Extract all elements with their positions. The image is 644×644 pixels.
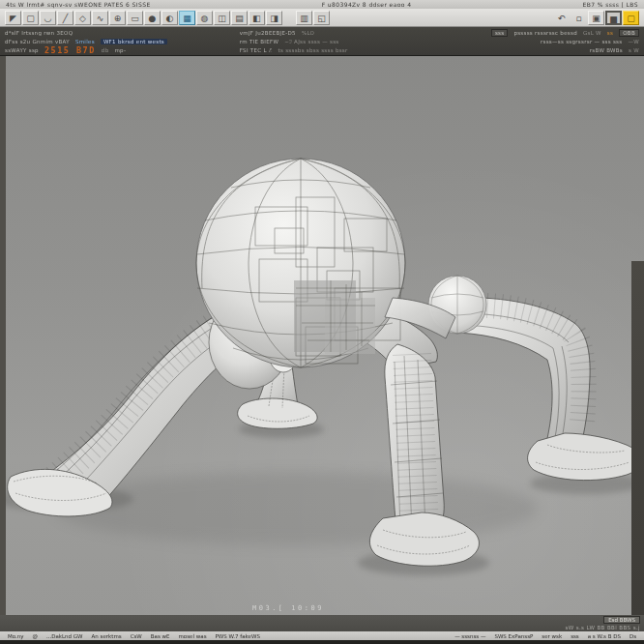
icon-glyph: ◐ xyxy=(162,13,177,24)
status-item: PWS W.7 fakeWS xyxy=(216,633,260,639)
command-ribbon: d*slF Irtssng rwn 3EOQ vmJF Ju2BEEBJE-D5… xyxy=(0,27,644,56)
icon-glyph: ◫ xyxy=(215,13,229,24)
status-item: An serktms xyxy=(92,633,122,639)
icon-glyph: ● xyxy=(145,13,160,24)
shaded-view-icon[interactable]: ◐ xyxy=(161,11,178,25)
ribbon-r1-center: vmJF Ju2BEEBJE-D5 %LO xyxy=(240,30,424,36)
rectangle-select-icon[interactable]: ▢ xyxy=(22,11,39,25)
ribbon-label: ~ℐ AJss ssss — sss xyxy=(284,39,338,44)
status-right-group: — sssnss — SWS ExPanssP ser wsk sss a s … xyxy=(454,633,636,639)
curve-tool-icon[interactable]: ∿ xyxy=(92,11,108,25)
cursor-box-icon[interactable]: ◱ xyxy=(313,11,330,25)
layer-box-icon[interactable]: ◨ xyxy=(266,11,282,25)
status-item: a s W.s B DS xyxy=(588,633,621,639)
timeline-field[interactable]: Esd BBWS xyxy=(603,616,640,624)
polygon-tool-icon[interactable]: ◇ xyxy=(74,11,91,25)
viewport-right-panel-edge xyxy=(631,261,644,615)
status-item: Bas wE xyxy=(151,633,170,639)
timeline-readout: sW s.s LW BB BBl BBS s.j xyxy=(565,625,640,630)
icon-glyph: ◇ xyxy=(75,13,90,24)
status-item: @ xyxy=(33,633,39,639)
icon-glyph: ▣ xyxy=(589,13,603,24)
status-item: — sssnss — xyxy=(454,633,485,639)
ribbon-accent-label: ss xyxy=(607,30,613,36)
toolbar-mid-group: ▥ ◱ xyxy=(296,11,330,25)
icon-glyph: ⊕ xyxy=(110,13,125,24)
ribbon-row-3: ssWAYY ssp 2515 B7D db mp- FSI TEC L ℰ t… xyxy=(5,45,639,54)
icon-glyph: ◡ xyxy=(41,13,55,24)
viewport-3d[interactable]: M03.[ 10:09 xyxy=(0,56,644,615)
line-tool-icon[interactable]: ╱ xyxy=(57,11,73,25)
ribbon-label: %LO xyxy=(302,30,314,36)
ribbon-r2-right: rsss—ss ssgrssrsr — sss sss —W xyxy=(424,39,639,44)
icon-glyph: ◨ xyxy=(267,13,281,24)
array-tool-icon[interactable]: ▤ xyxy=(231,11,248,25)
status-item: mosel was xyxy=(179,633,207,639)
ribbon-r2-center: rm TIE BIEFW ~ℐ AJss ssss — sss xyxy=(240,39,424,44)
bottom-edge-bar xyxy=(0,640,644,644)
ribbon-label: rsBW BWBs xyxy=(590,47,623,53)
icon-glyph: ▥ xyxy=(297,13,311,24)
redo-box-icon[interactable]: ▫ xyxy=(571,11,587,25)
ribbon-label: FSI TEC L ℰ xyxy=(240,47,273,53)
ribbon-label: ts ssssbs sbss ssss bssr xyxy=(278,47,348,53)
ribbon-r3-left: ssWAYY ssp 2515 B7D db mp- xyxy=(5,45,240,55)
icon-glyph: ◧ xyxy=(249,13,264,24)
status-bar: Mo.ny @ ...DakLnd GW An serktms CsW Bas … xyxy=(0,631,644,640)
ribbon-row-1: d*slF Irtssng rwn 3EOQ vmJF Ju2BEEBJE-D5… xyxy=(5,28,639,37)
icon-glyph: ◤ xyxy=(6,13,20,24)
ribbon-selected-field[interactable]: WF1 bkrsd ent wests xyxy=(101,39,167,44)
snap-magnet-icon[interactable]: ⊕ xyxy=(109,11,126,25)
ribbon-label: ssWAYY ssp xyxy=(5,47,39,53)
icon-glyph: ■ xyxy=(607,13,620,24)
window-controls[interactable]: EB7 % ssss [ LBS xyxy=(583,1,638,8)
icon-glyph: ▭ xyxy=(128,13,142,24)
align-tool-icon[interactable]: ◧ xyxy=(249,11,265,25)
window-title: F u80394Zv 8 ddser eaoo 4 xyxy=(322,1,412,8)
ribbon-r1-right: sss psssss rsssrssc bessd GsL W ss OBB xyxy=(424,29,639,37)
icon-glyph: ◱ xyxy=(314,13,329,24)
render-setup-icon[interactable]: ■ xyxy=(605,11,622,25)
viewport-frame-readout: M03.[ 10:09 xyxy=(252,604,324,612)
icon-glyph: ╱ xyxy=(58,13,73,24)
image-panel-icon[interactable]: ▭ xyxy=(127,11,143,25)
ribbon-button[interactable]: OBB xyxy=(619,29,639,37)
icon-glyph: ▤ xyxy=(232,13,247,24)
lasso-select-icon[interactable]: ◡ xyxy=(40,11,56,25)
icon-glyph: ▫ xyxy=(571,13,586,24)
ribbon-r3-right: rsBW BWBs s W xyxy=(424,47,639,53)
main-toolbar: ◤ ▢ ◡ ╱ ◇ ∿ xyxy=(0,9,644,27)
save-icon[interactable]: ▣ xyxy=(588,11,604,25)
ribbon-r2-left: dFss s2u Gnmim vBAY Smiles WF1 bkrsd ent… xyxy=(5,39,240,44)
ribbon-label: rsss—ss ssgrssrsr — sss sss xyxy=(541,39,622,44)
ribbon-label: rm TIE BIEFW xyxy=(240,39,279,44)
select-arrow-icon[interactable]: ◤ xyxy=(5,11,21,25)
undo-icon[interactable]: ↶ xyxy=(553,11,570,25)
ribbon-label: db xyxy=(102,47,109,53)
status-item: CsW xyxy=(131,633,142,639)
creature-model-render xyxy=(6,56,644,615)
timeline-strip[interactable]: Esd BBWS sW s.s LW BB BBl BBS s.j xyxy=(0,615,644,631)
teapot-render-icon[interactable]: ▢ xyxy=(623,11,639,25)
ribbon-r1-left: d*slF Irtssng rwn 3EOQ xyxy=(5,30,240,36)
ribbon-chip[interactable]: sss xyxy=(491,29,509,37)
ribbon-label: mp- xyxy=(114,47,126,53)
ribbon-label: GsL W xyxy=(583,30,601,36)
3d-application-window: 4ts W lrmt# sqnv-sv sWEONE PATES 6 SISSE… xyxy=(0,0,644,644)
ribbon-label: s W xyxy=(629,47,639,53)
menu-bar: 4ts W lrmt# sqnv-sv sWEONE PATES 6 SISSE… xyxy=(0,0,644,9)
status-item: Mo.ny xyxy=(8,633,24,639)
menu-items-left[interactable]: 4ts W lrmt# sqnv-sv sWEONE PATES 6 SISSE xyxy=(6,1,151,8)
material-sphere-icon[interactable]: ● xyxy=(144,11,161,25)
ribbon-blue-link[interactable]: Smiles xyxy=(75,39,95,44)
light-tool-icon[interactable]: ◍ xyxy=(196,11,213,25)
monitor-display-icon[interactable]: ▦ xyxy=(179,11,195,25)
ribbon-label: vmJF Ju2BEEBJE-D5 xyxy=(240,30,296,36)
mirror-tool-icon[interactable]: ◫ xyxy=(214,11,230,25)
icon-glyph: ▢ xyxy=(624,13,638,24)
grid-toggle-icon[interactable]: ▥ xyxy=(296,11,312,25)
ribbon-label: psssss rsssrssc bessd xyxy=(513,30,577,36)
ribbon-label: dFss s2u Gnmim vBAY xyxy=(5,39,70,44)
icon-glyph: ◍ xyxy=(197,13,212,24)
status-item: Ds xyxy=(629,633,636,639)
